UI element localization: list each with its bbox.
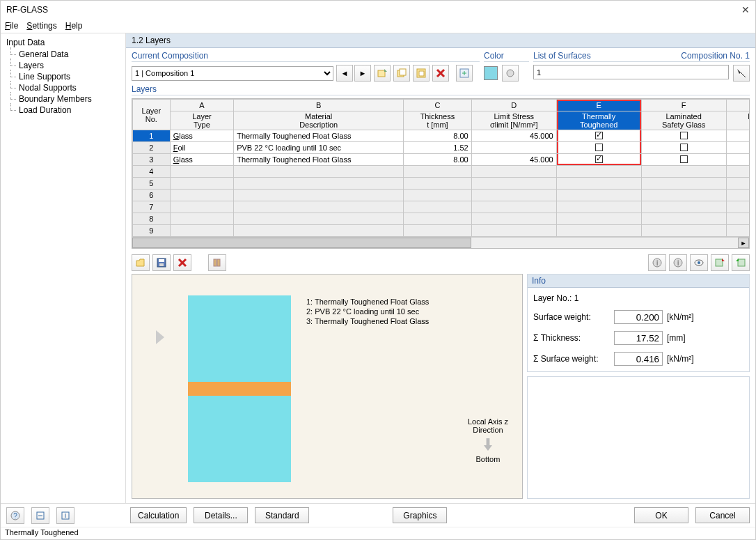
footer-bar: ? Calculation Details... Standard Graphi…: [1, 503, 755, 527]
checkbox[interactable]: [680, 144, 688, 151]
info-layer-no: Layer No.: 1: [533, 293, 743, 303]
svg-rect-19: [738, 259, 745, 266]
info2-icon[interactable]: i: [669, 254, 687, 271]
checkbox[interactable]: [680, 155, 688, 163]
preview-layer-2: [188, 382, 291, 396]
menu-help[interactable]: Help: [65, 21, 83, 31]
svg-text:i: i: [677, 259, 679, 267]
expand-arrow-icon[interactable]: [156, 330, 164, 344]
checkbox[interactable]: [595, 132, 603, 139]
import-icon[interactable]: [732, 254, 750, 271]
svg-rect-4: [419, 71, 424, 76]
next-composition-button[interactable]: ►: [354, 65, 371, 82]
panel-title: 1.2 Layers: [126, 33, 755, 48]
preview-label: 3: Thermally Toughened Float Glass: [306, 316, 429, 326]
tree-root[interactable]: Input Data: [3, 36, 123, 49]
save-icon[interactable]: [152, 254, 171, 271]
open-icon[interactable]: [132, 254, 150, 271]
svg-text:?: ?: [13, 512, 17, 520]
sidebar-tree: Input Data General DataLayersLine Suppor…: [1, 33, 126, 503]
close-icon[interactable]: ✕: [741, 4, 750, 15]
status-bar: Thermally Toughened: [1, 527, 755, 539]
cancel-button[interactable]: Cancel: [695, 507, 750, 523]
pick-surfaces-icon[interactable]: [733, 65, 750, 82]
prev-composition-button[interactable]: ◄: [336, 65, 353, 82]
menu-settings[interactable]: Settings: [26, 21, 56, 31]
composition-list-icon[interactable]: [413, 65, 430, 82]
graphics-button[interactable]: Graphics: [393, 507, 447, 523]
color-swatch[interactable]: [484, 66, 498, 80]
checkbox[interactable]: [595, 155, 603, 163]
color-pick-icon[interactable]: [502, 65, 519, 82]
sum-surface-weight-field: [614, 352, 663, 366]
sum-surface-weight-label: Σ Surface weight:: [533, 354, 610, 364]
svg-point-6: [507, 70, 514, 77]
horizontal-scrollbar[interactable]: ◄►: [132, 237, 749, 248]
help-icon[interactable]: ?: [6, 507, 24, 524]
checkbox[interactable]: [595, 144, 603, 151]
svg-rect-10: [214, 259, 216, 266]
svg-text:i: i: [656, 259, 658, 267]
sum-thickness-label: Σ Thickness:: [533, 333, 610, 343]
color-label: Color: [484, 51, 529, 62]
surface-weight-field: [614, 310, 663, 324]
info-secondary-panel: [527, 376, 750, 499]
svg-rect-11: [217, 259, 220, 266]
info-header: Info: [528, 275, 749, 288]
svg-rect-8: [159, 259, 164, 262]
details-button[interactable]: Details...: [194, 507, 248, 523]
titlebar: RF-GLASS ✕: [1, 1, 755, 18]
window-title: RF-GLASS: [6, 5, 48, 15]
tree-item-0[interactable]: General Data: [9, 49, 123, 60]
ok-button[interactable]: OK: [634, 507, 688, 523]
svg-rect-0: [378, 70, 385, 77]
preview-label: 2: PVB 22 °C loading until 10 sec: [306, 307, 429, 316]
info-icon[interactable]: i: [648, 254, 666, 271]
surfaces-input[interactable]: [533, 65, 729, 79]
composition-select[interactable]: 1 | Composition 1: [132, 66, 333, 81]
svg-rect-18: [716, 259, 723, 266]
tree-item-1[interactable]: Layers: [9, 60, 123, 71]
preview-layer-1: [188, 295, 291, 382]
view-icon[interactable]: [690, 254, 708, 271]
tree-item-4[interactable]: Boundary Members: [9, 93, 123, 105]
delete-composition-icon[interactable]: [432, 65, 449, 82]
svg-rect-9: [159, 263, 164, 266]
composition-options-icon[interactable]: [456, 65, 473, 82]
calculation-button[interactable]: Calculation: [130, 507, 187, 523]
copy-composition-icon[interactable]: [393, 65, 410, 82]
rf-glass-window: RF-GLASS ✕ File Settings Help Input Data…: [0, 0, 756, 540]
layer-preview: 1: Thermally Toughened Float Glass2: PVB…: [132, 274, 523, 499]
tree-item-5[interactable]: Load Duration: [9, 105, 123, 116]
svg-rect-2: [400, 69, 406, 75]
menubar: File Settings Help: [1, 18, 755, 33]
svg-point-17: [698, 261, 700, 264]
tree-item-2[interactable]: Line Supports: [9, 71, 123, 82]
preview-label: 1: Thermally Toughened Float Glass: [306, 297, 429, 307]
composition-no-label: Composition No. 1: [681, 51, 750, 61]
checkbox[interactable]: [680, 132, 688, 139]
preview-layer-3: [188, 396, 291, 482]
library-icon[interactable]: [208, 254, 226, 271]
new-composition-icon[interactable]: [374, 65, 391, 82]
menu-file[interactable]: File: [5, 21, 18, 31]
layers-label: Layers: [132, 84, 750, 95]
units-left-icon[interactable]: [31, 507, 49, 524]
surfaces-label: List of Surfaces: [533, 51, 591, 61]
axis-label: Local Axis z Direction Bottom: [468, 417, 508, 463]
units-right-icon[interactable]: [56, 507, 74, 524]
standard-button[interactable]: Standard: [255, 507, 309, 523]
export-icon[interactable]: [711, 254, 729, 271]
sum-thickness-field: [614, 331, 663, 345]
arrow-down-icon: [484, 438, 492, 451]
surface-weight-label: Surface weight:: [533, 312, 610, 322]
current-composition-label: Current Composition: [132, 51, 480, 62]
delete-row-icon[interactable]: [173, 254, 191, 271]
layers-grid[interactable]: LayerNo.ABCDEFGHLayerTypeMaterialDescrip…: [132, 98, 750, 249]
tree-item-3[interactable]: Nodal Supports: [9, 82, 123, 93]
